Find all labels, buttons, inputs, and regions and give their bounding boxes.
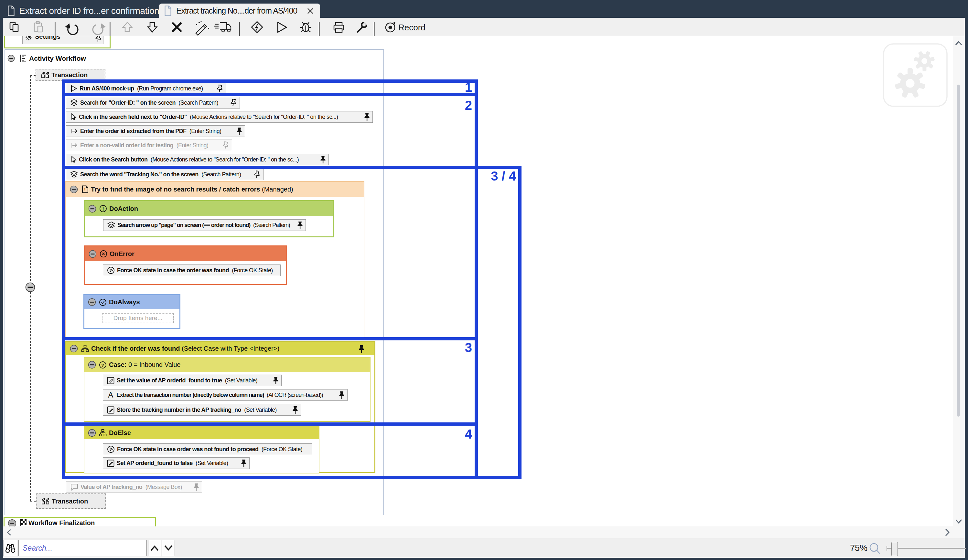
svg-text:!: ! <box>84 187 86 192</box>
svg-text:Record: Record <box>398 23 426 32</box>
svg-text:!: ! <box>103 206 104 211</box>
svg-text:A: A <box>108 391 113 399</box>
svg-text:?: ? <box>101 362 104 368</box>
